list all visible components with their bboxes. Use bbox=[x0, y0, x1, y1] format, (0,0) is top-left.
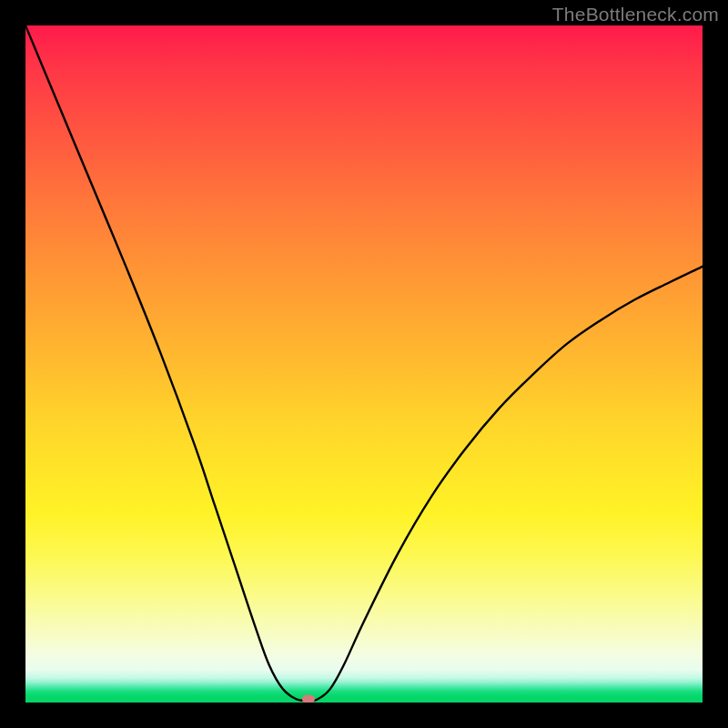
watermark-text: TheBottleneck.com bbox=[552, 4, 719, 25]
optimum-marker bbox=[302, 695, 315, 703]
chart-svg bbox=[25, 25, 703, 703]
chart-plot-area bbox=[25, 25, 703, 703]
bottleneck-curve bbox=[25, 25, 703, 701]
chart-frame: TheBottleneck.com bbox=[0, 0, 728, 728]
